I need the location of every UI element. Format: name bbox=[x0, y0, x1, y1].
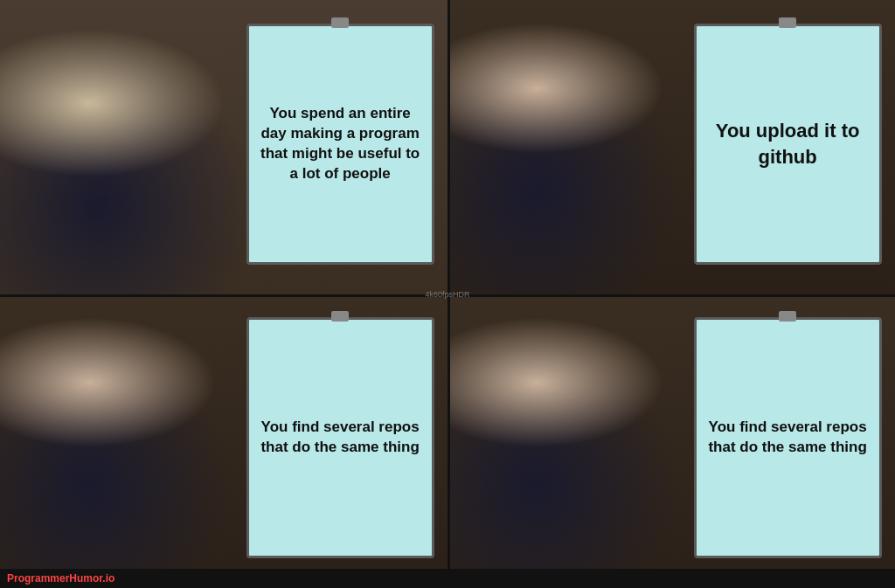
panel-top-left: You spend an entire day making a program… bbox=[0, 0, 448, 294]
sign-text-tl: You spend an entire day making a program… bbox=[260, 104, 421, 184]
sign-text-tr: You upload it to github bbox=[707, 118, 869, 169]
sign-text-bl: You find several repos that do the same … bbox=[260, 418, 421, 458]
small-watermark: 4k60fpsHDR bbox=[425, 290, 469, 299]
sign-top-right: You upload it to github bbox=[694, 24, 882, 265]
panel-top-right: You upload it to github bbox=[448, 0, 895, 294]
sign-top-left: You spend an entire day making a program… bbox=[246, 24, 434, 265]
meme-container: You spend an entire day making a program… bbox=[0, 0, 895, 588]
panel-bottom-left: You find several repos that do the same … bbox=[0, 294, 448, 589]
sign-bottom-left: You find several repos that do the same … bbox=[246, 317, 434, 558]
watermark: ProgrammerHumor.io bbox=[7, 572, 114, 585]
sign-text-br: You find several repos that do the same … bbox=[707, 418, 869, 458]
panel-bottom-right: You find several repos that do the same … bbox=[448, 294, 895, 589]
bottom-bar: ProgrammerHumor.io bbox=[0, 569, 895, 588]
sign-bottom-right: You find several repos that do the same … bbox=[694, 317, 882, 558]
